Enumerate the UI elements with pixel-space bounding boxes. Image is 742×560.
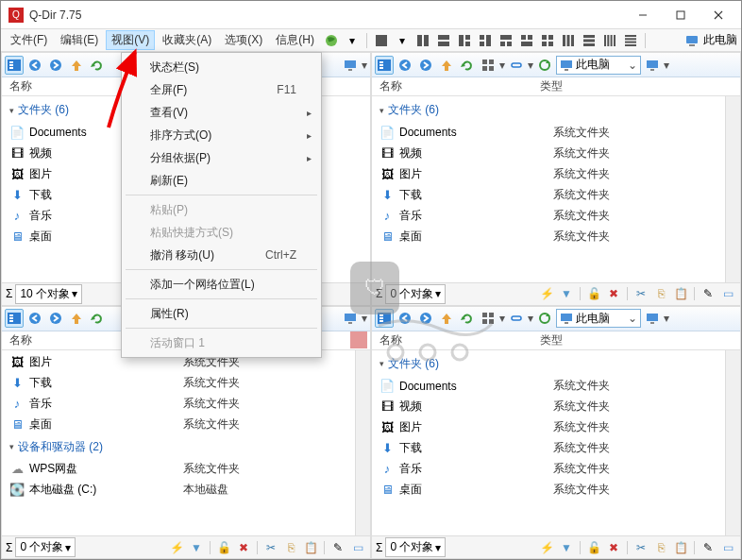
scrollbar[interactable] xyxy=(725,96,740,282)
globe-icon[interactable] xyxy=(323,32,340,49)
group-folders[interactable]: 文件夹 (6) xyxy=(372,98,725,122)
menu-options[interactable]: 选项(X) xyxy=(219,30,268,50)
chevron-down-icon[interactable]: ⌄ xyxy=(628,59,637,72)
flash-icon[interactable]: ⚡ xyxy=(538,285,555,302)
menu-file[interactable]: 文件(F) xyxy=(5,30,53,50)
forward-button[interactable] xyxy=(46,309,65,328)
layout-3c-icon[interactable] xyxy=(497,32,514,49)
menu-edit[interactable]: 编辑(E) xyxy=(55,30,104,50)
refresh-icon[interactable] xyxy=(458,56,477,75)
edit-icon[interactable]: ✎ xyxy=(700,539,717,556)
layout-3a-icon[interactable] xyxy=(456,32,473,49)
grid-icon[interactable] xyxy=(479,56,497,75)
paste-icon[interactable]: 📋 xyxy=(302,539,319,556)
col-name[interactable]: 名称 xyxy=(379,78,540,94)
unlock-icon[interactable]: 🔓 xyxy=(585,539,602,556)
edit-icon[interactable]: ✎ xyxy=(329,539,346,556)
monitor-icon[interactable] xyxy=(341,56,360,75)
maximize-button[interactable] xyxy=(662,2,700,28)
monitor-icon[interactable] xyxy=(643,56,662,75)
object-count[interactable]: 0 个对象 ▾ xyxy=(15,537,76,557)
refresh-green-icon[interactable] xyxy=(535,309,554,328)
monitor-small-icon[interactable]: ▭ xyxy=(719,285,736,302)
chevron-down-icon[interactable]: ▾ xyxy=(528,312,533,325)
group-drives[interactable]: 设备和驱动器 (2) xyxy=(2,435,355,459)
filter-icon[interactable]: ▼ xyxy=(188,539,205,556)
delete-icon[interactable]: ✖ xyxy=(605,539,622,556)
layout-3v-icon[interactable] xyxy=(560,32,577,49)
edit-icon[interactable]: ✎ xyxy=(700,285,717,302)
filter-icon[interactable]: ▼ xyxy=(558,285,575,302)
cut-icon[interactable]: ✂ xyxy=(632,539,649,556)
col-name[interactable]: 名称 xyxy=(379,332,540,348)
chevron-down-icon[interactable]: ▾ xyxy=(362,312,367,325)
chevron-down-icon[interactable]: ▾ xyxy=(664,59,669,72)
flash-icon[interactable]: ⚡ xyxy=(168,539,185,556)
object-count[interactable]: 0 个对象 ▾ xyxy=(385,284,446,304)
file-list[interactable]: 文件夹 (6) 📄Documents系统文件夹 🎞视频系统文件夹 🖼图片系统文件… xyxy=(372,96,725,282)
back-button[interactable] xyxy=(396,56,414,75)
menu-item[interactable]: 查看(V) xyxy=(124,101,319,124)
menu-item[interactable]: 全屏(F)F11 xyxy=(124,78,319,101)
computer-icon[interactable] xyxy=(683,32,700,49)
copy-icon[interactable]: ⎘ xyxy=(652,285,669,302)
refresh-icon[interactable] xyxy=(458,309,477,328)
address-bar[interactable]: 此电脑 ⌄ xyxy=(556,56,641,75)
monitor-small-icon[interactable]: ▭ xyxy=(719,539,736,556)
scrollbar[interactable] xyxy=(725,350,740,536)
menu-item[interactable]: 排序方式(O) xyxy=(124,124,319,146)
copy-icon[interactable]: ⎘ xyxy=(282,539,299,556)
chevron-down-icon[interactable]: ▾ xyxy=(362,59,367,72)
delete-icon[interactable]: ✖ xyxy=(605,285,622,302)
refresh-green-icon[interactable] xyxy=(535,56,554,75)
monitor-small-icon[interactable]: ▭ xyxy=(349,539,366,556)
flash-icon[interactable]: ⚡ xyxy=(538,539,555,556)
dropdown-icon[interactable]: ▾ xyxy=(344,32,361,49)
address-bar[interactable]: 此电脑 ⌄ xyxy=(556,309,641,328)
grid-icon[interactable] xyxy=(479,309,497,328)
link-icon[interactable] xyxy=(507,56,526,75)
delete-icon[interactable]: ✖ xyxy=(235,539,252,556)
link-icon[interactable] xyxy=(507,309,526,328)
menu-item[interactable]: 添加一个网络位置(L) xyxy=(124,273,319,296)
copy-icon[interactable]: ⎘ xyxy=(652,539,669,556)
dropdown-icon[interactable]: ▾ xyxy=(394,32,411,49)
view-list-icon[interactable] xyxy=(375,309,394,328)
layout-3h-icon[interactable] xyxy=(581,32,598,49)
object-count[interactable]: 10 个对象 ▾ xyxy=(15,284,82,304)
monitor-icon[interactable] xyxy=(643,309,662,328)
forward-button[interactable] xyxy=(416,309,435,328)
menu-item[interactable]: 属性(R) xyxy=(124,302,319,325)
menu-item[interactable]: 撤消 移动(U)Ctrl+Z xyxy=(124,244,319,266)
cut-icon[interactable]: ✂ xyxy=(262,539,279,556)
menu-item[interactable]: 状态栏(S) xyxy=(124,56,319,78)
forward-button[interactable] xyxy=(46,56,65,75)
menu-item[interactable]: 分组依据(P) xyxy=(124,146,319,169)
layout-2v-icon[interactable] xyxy=(414,32,431,49)
paste-icon[interactable]: 📋 xyxy=(672,285,689,302)
chevron-down-icon[interactable]: ⌄ xyxy=(628,312,637,325)
layout-4h-icon[interactable] xyxy=(622,32,639,49)
layout-2h-icon[interactable] xyxy=(435,32,452,49)
paste-icon[interactable]: 📋 xyxy=(672,539,689,556)
up-button[interactable] xyxy=(437,309,456,328)
up-button[interactable] xyxy=(67,56,86,75)
chevron-down-icon[interactable]: ▾ xyxy=(528,59,533,72)
file-list[interactable]: 文件夹 (6) 📄Documents系统文件夹 🎞视频系统文件夹 🖼图片系统文件… xyxy=(372,350,725,536)
menu-info[interactable]: 信息(H) xyxy=(270,30,320,50)
col-type[interactable]: 类型 xyxy=(540,332,700,348)
unlock-icon[interactable]: 🔓 xyxy=(585,285,602,302)
scrollbar[interactable] xyxy=(355,350,370,536)
back-button[interactable] xyxy=(25,309,44,328)
layout-1-icon[interactable] xyxy=(373,32,390,49)
cut-icon[interactable]: ✂ xyxy=(632,285,649,302)
computer-label[interactable]: 此电脑 xyxy=(703,32,737,48)
layout-4-icon[interactable] xyxy=(539,32,556,49)
col-type[interactable]: 类型 xyxy=(540,78,700,94)
layout-3d-icon[interactable] xyxy=(518,32,535,49)
chevron-down-icon[interactable]: ▾ xyxy=(499,312,505,325)
group-folders[interactable]: 文件夹 (6) xyxy=(372,352,725,376)
chevron-down-icon[interactable]: ▾ xyxy=(499,59,505,72)
refresh-icon[interactable] xyxy=(88,56,107,75)
refresh-icon[interactable] xyxy=(88,309,107,328)
